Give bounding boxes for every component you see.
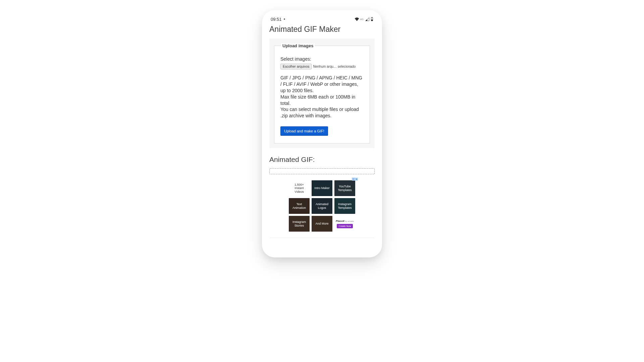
output-title: Animated GIF: [269,156,375,164]
upload-panel: Upload images Select images: Escolher ar… [269,39,375,148]
upload-submit-button[interactable]: Upload and make a GIF! [280,126,328,136]
ad-tile[interactable]: Animated Logos [312,198,332,214]
upload-fieldset: Upload images Select images: Escolher ar… [274,43,370,143]
ad-tile[interactable]: Instagram Templates [334,198,355,214]
file-input-row: Escolher arquivos Nenhum arqu… seleciona… [280,64,364,69]
select-images-label: Select images: [280,56,364,62]
page-content: Animated GIF Maker Upload images Select … [265,22,379,238]
page-title: Animated GIF Maker [269,25,375,34]
ad-close-icon[interactable]: ✕ [355,178,358,181]
ad-tile[interactable]: YouTube Templates [334,180,355,196]
wifi-icon [355,17,359,21]
phone-frame: 09:51 4G Animated GIF Maker [262,10,382,257]
ad-info-icon[interactable]: i [352,178,355,181]
upload-legend: Upload images [281,43,315,48]
ad-brand-label: Placeit by envato [336,220,354,223]
cellular-signal-icon [365,17,369,21]
choose-files-button[interactable]: Escolher arquivos [280,64,312,69]
status-time: 09:51 [271,17,282,22]
ad-tile[interactable]: Instagram Stories [289,216,310,232]
multiple-files-text: You can select multiple files or upload … [280,106,364,119]
ad-brand-tile[interactable]: Placeit by envato Create Now [334,216,355,232]
battery-icon [371,17,373,21]
ad-tile[interactable]: 1,500+ Instant Videos [289,180,310,196]
max-size-text: Max file size 6MB each or 100MB in total… [280,94,364,107]
status-bar-left: 09:51 [271,17,285,22]
phone-screen: 09:51 4G Animated GIF Maker [265,13,379,255]
network-label: 4G [360,18,364,21]
ad-close-icons[interactable]: i ✕ [352,178,358,181]
divider [269,238,375,238]
status-dot-icon [284,18,285,20]
ad-block: i ✕ 1,500+ Instant Videos Intro Maker Yo… [269,180,375,232]
supported-formats-text: GIF / JPG / PNG / APNG / HEIC / MNG / FL… [280,75,364,94]
output-dropzone[interactable] [269,168,375,174]
ad-grid[interactable]: i ✕ 1,500+ Instant Videos Intro Maker Yo… [289,180,355,232]
status-bar: 09:51 4G [265,13,379,22]
ad-tile[interactable]: Text Animation [289,198,310,214]
ad-tile[interactable]: Intro Maker [312,180,332,196]
file-status-text: Nenhum arqu… selecionado [313,65,356,68]
ad-cta-button[interactable]: Create Now [337,224,353,228]
status-bar-right: 4G [355,17,373,21]
ad-tile[interactable]: And More [312,216,332,232]
